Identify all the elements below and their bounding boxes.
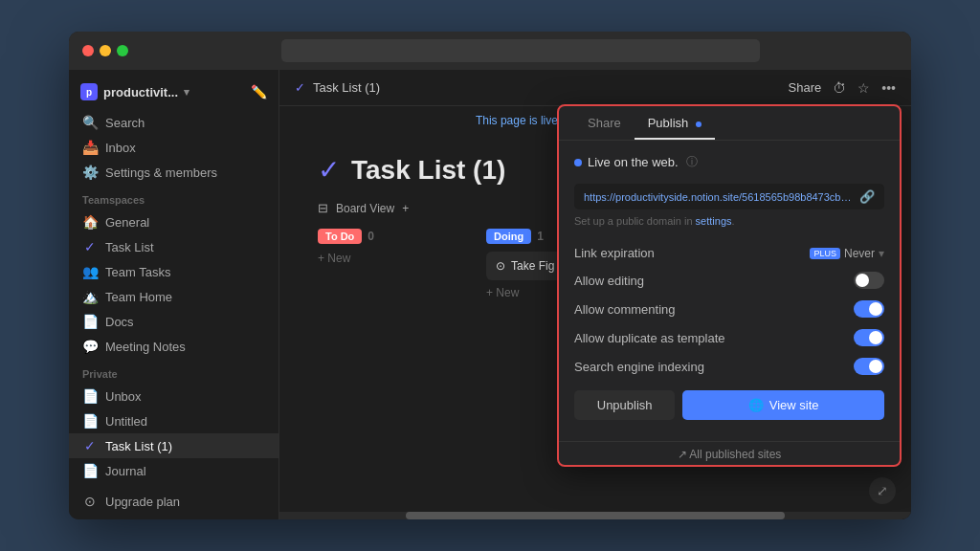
allow-commenting-label: Allow commenting xyxy=(574,302,676,317)
close-button[interactable] xyxy=(82,45,94,56)
publish-panel: Share Publish Live on the web. ⓘ https:/… xyxy=(557,104,902,467)
allow-editing-row: Allow editing xyxy=(574,266,884,295)
sidebar-header: p productivit... ▾ ✏️ xyxy=(69,77,278,106)
app-body: p productivit... ▾ ✏️ 🔍 Search 📥 Inbox ⚙… xyxy=(69,70,911,519)
topbar-title: Task List (1) xyxy=(313,80,380,95)
traffic-lights xyxy=(82,45,128,56)
search-indexing-toggle[interactable] xyxy=(854,358,884,375)
settings-link[interactable]: settings xyxy=(696,215,732,227)
view-site-button[interactable]: 🌐 View site xyxy=(682,390,884,420)
workspace-label[interactable]: p productivit... ▾ xyxy=(80,83,189,100)
doing-tag: Doing xyxy=(486,229,531,244)
main-content: ✓ Task List (1) Share ⏱ ☆ ••• This page … xyxy=(279,70,911,519)
sidebar-item-search[interactable]: 🔍 Search xyxy=(69,110,278,135)
sidebar-item-inbox[interactable]: 📥 Inbox xyxy=(69,135,278,160)
todo-tag: To Do xyxy=(318,229,362,244)
untitled-icon: 📄 xyxy=(82,413,98,429)
teamspaces-label: Teamspaces xyxy=(69,185,278,209)
topbar-right: Share ⏱ ☆ ••• xyxy=(789,80,896,96)
share-button[interactable]: Share xyxy=(789,80,822,95)
sidebar: p productivit... ▾ ✏️ 🔍 Search 📥 Inbox ⚙… xyxy=(69,70,279,519)
sidebar-item-journal[interactable]: 📄 Journal xyxy=(69,458,278,483)
sidebar-item-untitled[interactable]: 📄 Untitled xyxy=(69,408,278,433)
sidebar-item-unbox[interactable]: 📄 Unbox xyxy=(69,384,278,408)
scrollbar[interactable] xyxy=(279,512,911,519)
more-icon[interactable]: ••• xyxy=(881,80,896,96)
panel-tabs: Share Publish xyxy=(559,106,900,141)
settings-hint: Set up a public domain in settings. xyxy=(574,215,884,227)
journal-icon: 📄 xyxy=(82,463,98,478)
tab-publish[interactable]: Publish xyxy=(635,106,715,140)
search-icon: 🔍 xyxy=(82,115,98,130)
link-expiration-row: Link expiration PLUS Never ▾ xyxy=(574,240,884,266)
view-site-globe-icon: 🌐 xyxy=(748,398,764,412)
plus-badge: PLUS xyxy=(810,248,840,259)
teamtasks-icon: 👥 xyxy=(82,264,98,279)
tasklist-icon: ✓ xyxy=(82,239,98,254)
bottom-right-button[interactable]: ⤢ xyxy=(869,477,896,504)
edit-icon[interactable]: ✏️ xyxy=(251,84,267,99)
page-check-icon: ✓ xyxy=(295,80,305,95)
page-title-text: Task List (1) xyxy=(351,155,505,186)
doing-count: 1 xyxy=(537,230,544,243)
url-row: https://productivityside.notion.site/561… xyxy=(574,184,884,209)
unbox-icon: 📄 xyxy=(82,388,98,404)
published-url: https://productivityside.notion.site/561… xyxy=(584,191,854,203)
search-indexing-row: Search engine indexing xyxy=(574,352,884,381)
general-icon: 🏠 xyxy=(82,214,98,230)
panel-actions: Unpublish 🌐 View site xyxy=(574,390,884,420)
sidebar-item-meetingnotes[interactable]: 💬 Meeting Notes xyxy=(69,334,278,359)
all-published-sites-link[interactable]: ↗ All published sites xyxy=(559,448,900,461)
private-label: Private xyxy=(69,359,278,384)
upgrade-icon: ⊙ xyxy=(82,494,98,509)
sidebar-item-upgrade[interactable]: ⊙ Upgrade plan xyxy=(69,489,278,514)
docs-icon: 📄 xyxy=(82,314,98,329)
tasklist1-icon: ✓ xyxy=(82,438,98,453)
unpublish-button[interactable]: Unpublish xyxy=(574,390,675,420)
topbar-left: ✓ Task List (1) xyxy=(295,80,380,95)
chevron-icon: ▾ xyxy=(879,247,884,260)
workspace-chevron: ▾ xyxy=(184,86,189,99)
teamhome-icon: 🏔️ xyxy=(82,289,98,304)
sidebar-item-docs[interactable]: 📄 Docs xyxy=(69,309,278,334)
panel-footer: ↗ All published sites xyxy=(559,441,900,465)
copy-icon[interactable]: 🔗 xyxy=(859,189,875,204)
publish-tab-dot xyxy=(696,121,702,127)
kanban-col-todo: To Do 0 + New xyxy=(318,229,471,299)
card-icon: ⊙ xyxy=(496,259,505,273)
sidebar-item-teamhome[interactable]: 🏔️ Team Home xyxy=(69,284,278,309)
allow-commenting-toggle[interactable] xyxy=(854,300,884,318)
bookmark-icon[interactable]: ☆ xyxy=(858,80,870,96)
inbox-icon: 📥 xyxy=(82,140,98,155)
scrollbar-thumb[interactable] xyxy=(406,512,785,519)
allow-duplicate-label: Allow duplicate as template xyxy=(574,331,725,345)
todo-new-btn[interactable]: + New xyxy=(318,252,471,265)
never-badge: PLUS Never ▾ xyxy=(810,247,884,260)
workspace-icon: p xyxy=(80,83,98,100)
page-title-check-icon: ✓ xyxy=(318,154,340,186)
add-view-icon[interactable]: + xyxy=(402,202,409,215)
sidebar-item-general[interactable]: 🏠 General xyxy=(69,209,278,234)
meetingnotes-icon: 💬 xyxy=(82,339,98,354)
sidebar-item-tasklist1[interactable]: ✓ Task List (1) xyxy=(69,433,278,458)
link-expiration-label: Link expiration xyxy=(574,246,655,260)
allow-duplicate-toggle[interactable] xyxy=(854,329,884,346)
app-window: p productivit... ▾ ✏️ 🔍 Search 📥 Inbox ⚙… xyxy=(69,32,911,519)
minimize-button[interactable] xyxy=(100,45,111,56)
search-indexing-label: Search engine indexing xyxy=(574,360,704,374)
main-topbar: ✓ Task List (1) Share ⏱ ☆ ••• xyxy=(279,70,911,106)
tab-share[interactable]: Share xyxy=(574,106,635,140)
allow-editing-toggle[interactable] xyxy=(854,272,884,289)
settings-icon: ⚙️ xyxy=(82,165,98,180)
sidebar-item-settings[interactable]: ⚙️ Settings & members xyxy=(69,160,278,185)
history-icon[interactable]: ⏱ xyxy=(833,80,846,96)
allow-editing-label: Allow editing xyxy=(574,274,644,288)
info-icon[interactable]: ⓘ xyxy=(686,154,698,170)
panel-body: Live on the web. ⓘ https://productivitys… xyxy=(559,141,900,441)
allow-commenting-row: Allow commenting xyxy=(574,295,884,323)
kanban-header-todo: To Do 0 xyxy=(318,229,471,244)
fullscreen-button[interactable] xyxy=(117,45,128,56)
sidebar-item-tasklist[interactable]: ✓ Task List xyxy=(69,234,278,259)
sidebar-item-teamtasks[interactable]: 👥 Team Tasks xyxy=(69,259,278,284)
address-bar[interactable] xyxy=(281,39,760,62)
